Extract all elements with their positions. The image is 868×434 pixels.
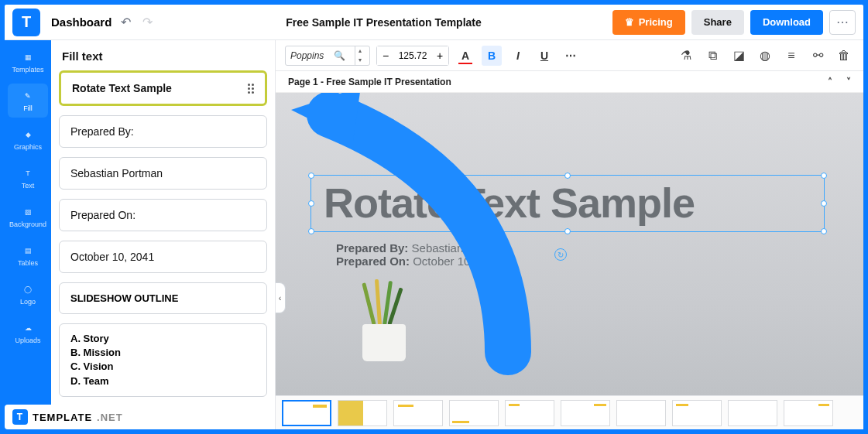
thumb-6[interactable] — [561, 400, 610, 426]
more-text-options[interactable]: ⋯ — [561, 46, 581, 66]
page-label: Page 1 - Free Sample IT Presentation — [288, 77, 451, 87]
panel-title: Fill text — [51, 40, 275, 70]
size-minus-button[interactable]: − — [377, 46, 394, 65]
prep-on-value: October 10, 2041 — [413, 255, 503, 268]
sidebar-label: Tables — [18, 259, 38, 267]
page-down-icon[interactable]: ˅ — [846, 77, 851, 87]
search-icon: 🔍 — [334, 50, 345, 61]
field-prepared-by-value[interactable]: Sebastian Portman — [59, 157, 267, 190]
field-prepared-on-label[interactable]: Prepared On: — [59, 199, 267, 231]
fill-text-panel: Fill text Rotate Text Sample Prepared By… — [51, 40, 276, 429]
thumb-3[interactable] — [393, 400, 443, 426]
sidebar-item-templates[interactable]: ▦Templates — [8, 45, 48, 79]
canvas[interactable]: Rotate Text Sample Prepared By: Sebastia… — [276, 93, 863, 429]
layer-icon[interactable]: ◪ — [729, 46, 749, 66]
resize-handle[interactable] — [308, 228, 314, 234]
resize-handle[interactable] — [308, 173, 314, 179]
droplet-icon[interactable]: ◍ — [755, 46, 775, 66]
redo-button[interactable]: ↷ — [139, 15, 155, 30]
collapse-panel-button[interactable]: ‹ — [276, 282, 286, 313]
thumb-9[interactable] — [728, 400, 777, 426]
link-icon[interactable]: ⚯ — [808, 46, 828, 66]
field-value: Rotate Text Sample — [72, 82, 172, 94]
field-rotate-text[interactable]: Rotate Text Sample — [59, 70, 267, 106]
sidebar-item-graphics[interactable]: ◆Graphics — [8, 122, 48, 156]
stepper-up-icon[interactable]: ▴ — [355, 46, 365, 56]
undo-button[interactable]: ↶ — [118, 15, 133, 30]
thumb-8[interactable] — [672, 400, 722, 426]
thumb-7[interactable] — [616, 400, 666, 426]
font-name: Poppins — [290, 50, 324, 61]
resize-handle[interactable] — [821, 173, 827, 179]
copy-icon[interactable]: ⧉ — [702, 46, 722, 66]
brand-name: TEMPLATE — [33, 412, 92, 423]
prep-by-value: Sebastian Portman — [412, 241, 511, 255]
resize-handle[interactable] — [564, 228, 571, 234]
title-text-element[interactable]: Rotate Text Sample — [311, 176, 824, 230]
sidebar-item-uploads[interactable]: ☁Uploads — [8, 316, 48, 350]
sidebar-label: Fill — [23, 104, 33, 112]
thumb-4[interactable] — [449, 400, 499, 426]
italic-button[interactable]: I — [508, 46, 528, 66]
sidebar-label: Uploads — [15, 337, 40, 344]
thumb-2[interactable] — [338, 400, 387, 426]
sidebar-item-logo[interactable]: ◯Logo — [8, 277, 48, 311]
resize-handle[interactable] — [821, 228, 827, 234]
font-size-control[interactable]: − 125.72 + — [376, 46, 449, 66]
page-up-icon[interactable]: ˄ — [828, 77, 832, 87]
trash-icon[interactable]: 🗑 — [834, 46, 854, 66]
thumb-5[interactable] — [505, 400, 554, 426]
more-menu-button[interactable]: ⋯ — [829, 10, 856, 35]
share-button[interactable]: Share — [691, 10, 744, 35]
prep-by-label: Prepared By: — [336, 241, 408, 255]
bold-button[interactable]: B — [482, 46, 502, 66]
thumb-10[interactable] — [784, 400, 833, 426]
slide-1[interactable]: Rotate Text Sample Prepared By: Sebastia… — [276, 93, 863, 395]
sidebar-item-background[interactable]: ▨Background — [8, 200, 48, 234]
app-logo[interactable]: T — [12, 9, 40, 36]
sidebar-item-fill[interactable]: ✎Fill — [8, 84, 48, 118]
underline-button[interactable]: U — [534, 46, 554, 66]
brand-logo-icon: T — [12, 409, 28, 425]
text-toolbar: Poppins 🔍 ▴ ▾ − 125.72 + A B I U ⋯ — [276, 40, 863, 71]
drag-handle-icon[interactable] — [248, 84, 254, 94]
sidebar-label: Text — [22, 182, 35, 190]
text-color-button[interactable]: A — [455, 46, 475, 66]
selection-box[interactable]: Rotate Text Sample — [310, 175, 825, 232]
sidebar-item-tables[interactable]: ▤Tables — [8, 238, 48, 272]
shapes-icon: ◆ — [21, 128, 35, 142]
download-button[interactable]: Download — [750, 10, 823, 35]
rotate-handle-icon[interactable]: ↻ — [554, 248, 567, 261]
field-outline-items[interactable]: A. Story B. Mission C. Vision D. Team — [59, 323, 267, 397]
outline-a: A. Story — [70, 332, 256, 346]
sidebar-label: Background — [9, 220, 46, 228]
pencil-icon: ✎ — [21, 89, 35, 103]
size-value[interactable]: 125.72 — [394, 50, 431, 61]
top-bar: T Dashboard ↶ ↷ Free Sample IT Presentat… — [5, 5, 863, 40]
page-bar: Page 1 - Free Sample IT Presentation ˄ ˅ — [276, 71, 863, 93]
upload-icon: ☁ — [21, 321, 35, 335]
dashboard-link[interactable]: Dashboard — [51, 15, 112, 29]
font-select[interactable]: Poppins 🔍 ▴ ▾ — [285, 46, 370, 66]
align-icon[interactable]: ≡ — [781, 46, 801, 66]
document-title: Free Sample IT Presentation Template — [161, 16, 606, 29]
thumb-1[interactable] — [282, 400, 331, 426]
outline-b: B. Mission — [70, 346, 256, 360]
pricing-button[interactable]: ♛ Pricing — [612, 10, 685, 35]
filter-icon[interactable]: ⚗ — [676, 46, 696, 66]
resize-handle[interactable] — [308, 200, 314, 207]
stepper-down-icon[interactable]: ▾ — [355, 56, 365, 65]
resize-handle[interactable] — [564, 173, 571, 179]
resize-handle[interactable] — [821, 200, 827, 207]
thumbnail-strip — [276, 395, 863, 429]
field-prepared-by-label[interactable]: Prepared By: — [59, 115, 267, 148]
field-outline-title[interactable]: SLIDESHOW OUTLINE — [59, 282, 267, 314]
outline-d: D. Team — [70, 374, 256, 388]
size-plus-button[interactable]: + — [431, 46, 448, 65]
sidebar-item-text[interactable]: TText — [8, 161, 48, 195]
crown-icon: ♛ — [625, 16, 634, 28]
left-sidebar: ▦Templates ✎Fill ◆Graphics TText ▨Backgr… — [5, 40, 51, 429]
field-prepared-on-value[interactable]: October 10, 2041 — [59, 241, 267, 273]
table-icon: ▤ — [21, 244, 35, 258]
subtitle-block: Prepared By: Sebastian Portman Prepared … — [336, 241, 510, 268]
